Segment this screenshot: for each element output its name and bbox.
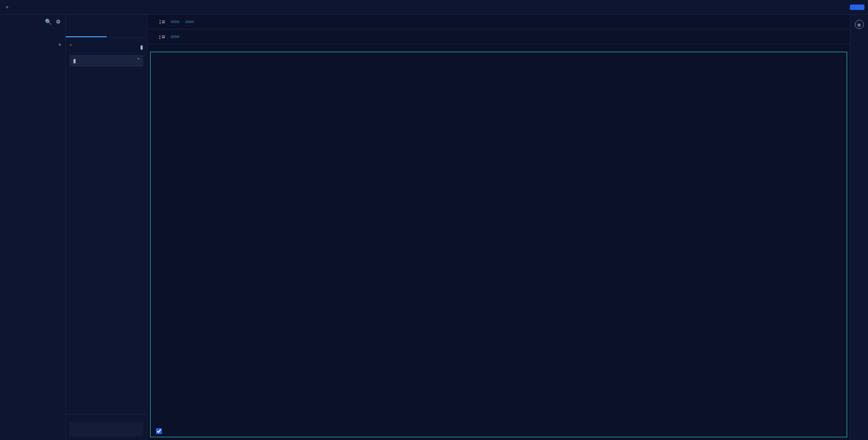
config-panel: ˅ ▮ ▮ ˅: [66, 15, 147, 440]
tab-component-style[interactable]: [107, 29, 147, 37]
config-icon[interactable]: ⚙: [54, 18, 62, 25]
chart-title: [147, 44, 850, 52]
chart-hint: [66, 22, 147, 29]
chart-type-title: [66, 15, 147, 22]
view-all-data-checkbox[interactable]: [156, 428, 162, 434]
h-pill-contract[interactable]: [171, 20, 180, 23]
filter-dropzone[interactable]: [69, 422, 143, 436]
data-mining-icon[interactable]: ◉: [855, 20, 864, 29]
add-tab-button[interactable]: +: [0, 4, 14, 10]
h-axis-icon[interactable]: ⫶≡: [158, 18, 165, 25]
chart-area: ⫶≡ ↕≡: [147, 15, 850, 440]
right-rail: ◉: [850, 15, 868, 440]
add-metric-button[interactable]: +: [58, 41, 62, 48]
v-axis-icon[interactable]: ↕≡: [158, 33, 165, 40]
chart-shape-dropdown[interactable]: ▮ ˅: [69, 55, 143, 67]
search-icon[interactable]: 🔍: [44, 18, 52, 25]
bar-icon: ▮: [140, 44, 143, 50]
chart-canvas[interactable]: [150, 52, 847, 437]
tab-graphic-props[interactable]: [66, 29, 107, 37]
enter-dashboard-button[interactable]: [850, 5, 864, 10]
h-pill-payment[interactable]: [185, 20, 194, 23]
tab-bar: +: [0, 0, 868, 15]
fields-panel: 🔍 ⚙ +: [0, 15, 66, 440]
v-pill-province[interactable]: [171, 35, 180, 38]
